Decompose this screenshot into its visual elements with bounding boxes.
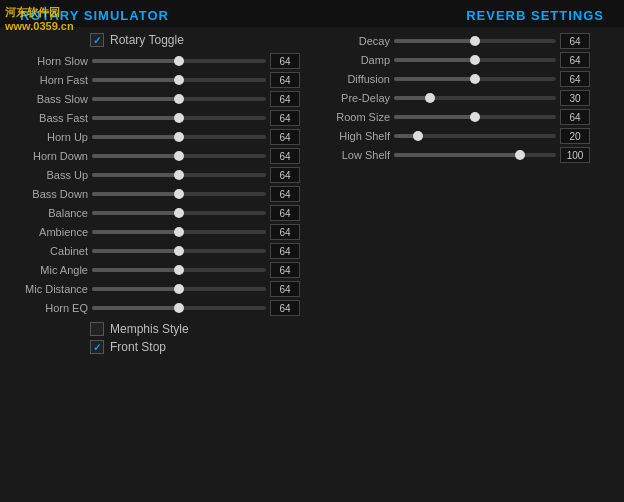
left-slider-row: Horn Down 64 — [10, 148, 300, 164]
slider-track-1 — [92, 78, 266, 82]
watermark-line2: www.0359.cn — [5, 20, 74, 32]
slider-thumb-3[interactable] — [174, 113, 184, 123]
slider-container-10[interactable] — [92, 244, 266, 258]
slider-thumb-12[interactable] — [174, 284, 184, 294]
right-slider-container-0[interactable] — [394, 34, 556, 48]
rotary-toggle-label: Rotary Toggle — [110, 33, 184, 47]
slider-fill-13 — [92, 306, 179, 310]
right-slider-thumb-4[interactable] — [470, 112, 480, 122]
slider-container-2[interactable] — [92, 92, 266, 106]
slider-container-3[interactable] — [92, 111, 266, 125]
main-content: Rotary Toggle Horn Slow 64 Horn Fast 64 … — [0, 27, 624, 489]
slider-label-2: Bass Slow — [10, 93, 88, 105]
left-slider-row: Balance 64 — [10, 205, 300, 221]
slider-container-4[interactable] — [92, 130, 266, 144]
slider-thumb-11[interactable] — [174, 265, 184, 275]
slider-fill-5 — [92, 154, 179, 158]
option-row: Memphis Style — [90, 322, 300, 336]
slider-value-1: 64 — [270, 72, 300, 88]
slider-track-0 — [92, 59, 266, 63]
slider-thumb-0[interactable] — [174, 56, 184, 66]
right-slider-container-1[interactable] — [394, 53, 556, 67]
slider-track-6 — [92, 173, 266, 177]
slider-thumb-6[interactable] — [174, 170, 184, 180]
slider-container-9[interactable] — [92, 225, 266, 239]
left-slider-row: Bass Slow 64 — [10, 91, 300, 107]
slider-thumb-4[interactable] — [174, 132, 184, 142]
slider-value-12: 64 — [270, 281, 300, 297]
slider-thumb-13[interactable] — [174, 303, 184, 313]
slider-fill-8 — [92, 211, 179, 215]
left-slider-row: Ambience 64 — [10, 224, 300, 240]
right-slider-fill-6 — [394, 153, 520, 157]
slider-container-11[interactable] — [92, 263, 266, 277]
right-slider-label-6: Low Shelf — [310, 149, 390, 161]
option-checkbox-1[interactable] — [90, 340, 104, 354]
right-slider-container-3[interactable] — [394, 91, 556, 105]
right-slider-thumb-3[interactable] — [425, 93, 435, 103]
slider-container-5[interactable] — [92, 149, 266, 163]
right-slider-track-2 — [394, 77, 556, 81]
right-slider-thumb-2[interactable] — [470, 74, 480, 84]
slider-thumb-10[interactable] — [174, 246, 184, 256]
slider-track-9 — [92, 230, 266, 234]
option-label-1: Front Stop — [110, 340, 166, 354]
right-slider-track-5 — [394, 134, 556, 138]
slider-container-0[interactable] — [92, 54, 266, 68]
slider-fill-9 — [92, 230, 179, 234]
slider-value-0: 64 — [270, 53, 300, 69]
right-slider-label-2: Diffusion — [310, 73, 390, 85]
slider-value-3: 64 — [270, 110, 300, 126]
right-slider-row: Diffusion 64 — [310, 71, 590, 87]
slider-value-13: 64 — [270, 300, 300, 316]
slider-thumb-5[interactable] — [174, 151, 184, 161]
slider-thumb-1[interactable] — [174, 75, 184, 85]
option-checkbox-0[interactable] — [90, 322, 104, 336]
right-slider-thumb-0[interactable] — [470, 36, 480, 46]
slider-fill-0 — [92, 59, 179, 63]
left-slider-row: Horn EQ 64 — [10, 300, 300, 316]
slider-track-5 — [92, 154, 266, 158]
right-slider-thumb-5[interactable] — [413, 131, 423, 141]
right-slider-container-4[interactable] — [394, 110, 556, 124]
right-slider-thumb-6[interactable] — [515, 150, 525, 160]
slider-value-9: 64 — [270, 224, 300, 240]
slider-container-8[interactable] — [92, 206, 266, 220]
slider-container-6[interactable] — [92, 168, 266, 182]
right-sliders-container: Decay 64 Damp 64 Diffusion 64 Pre-Delay — [310, 33, 590, 163]
slider-label-0: Horn Slow — [10, 55, 88, 67]
slider-fill-1 — [92, 78, 179, 82]
slider-container-1[interactable] — [92, 73, 266, 87]
slider-thumb-8[interactable] — [174, 208, 184, 218]
slider-label-9: Ambience — [10, 226, 88, 238]
right-slider-container-2[interactable] — [394, 72, 556, 86]
slider-fill-6 — [92, 173, 179, 177]
rotary-toggle-checkbox[interactable] — [90, 33, 104, 47]
slider-thumb-7[interactable] — [174, 189, 184, 199]
slider-track-4 — [92, 135, 266, 139]
right-slider-label-0: Decay — [310, 35, 390, 47]
slider-fill-2 — [92, 97, 179, 101]
left-slider-row: Cabinet 64 — [10, 243, 300, 259]
slider-label-12: Mic Distance — [10, 283, 88, 295]
left-panel: Rotary Toggle Horn Slow 64 Horn Fast 64 … — [10, 33, 300, 483]
slider-fill-12 — [92, 287, 179, 291]
right-slider-container-6[interactable] — [394, 148, 556, 162]
right-slider-fill-1 — [394, 58, 475, 62]
left-slider-row: Mic Angle 64 — [10, 262, 300, 278]
slider-thumb-2[interactable] — [174, 94, 184, 104]
watermark: 河东软件园 www.0359.cn — [5, 5, 74, 32]
slider-value-2: 64 — [270, 91, 300, 107]
right-slider-label-4: Room Size — [310, 111, 390, 123]
slider-container-7[interactable] — [92, 187, 266, 201]
slider-container-12[interactable] — [92, 282, 266, 296]
slider-value-11: 64 — [270, 262, 300, 278]
right-slider-container-5[interactable] — [394, 129, 556, 143]
slider-thumb-9[interactable] — [174, 227, 184, 237]
slider-fill-10 — [92, 249, 179, 253]
slider-container-13[interactable] — [92, 301, 266, 315]
left-sliders-container: Horn Slow 64 Horn Fast 64 Bass Slow 64 B… — [10, 53, 300, 316]
left-slider-row: Bass Down 64 — [10, 186, 300, 202]
option-label-0: Memphis Style — [110, 322, 189, 336]
right-slider-thumb-1[interactable] — [470, 55, 480, 65]
